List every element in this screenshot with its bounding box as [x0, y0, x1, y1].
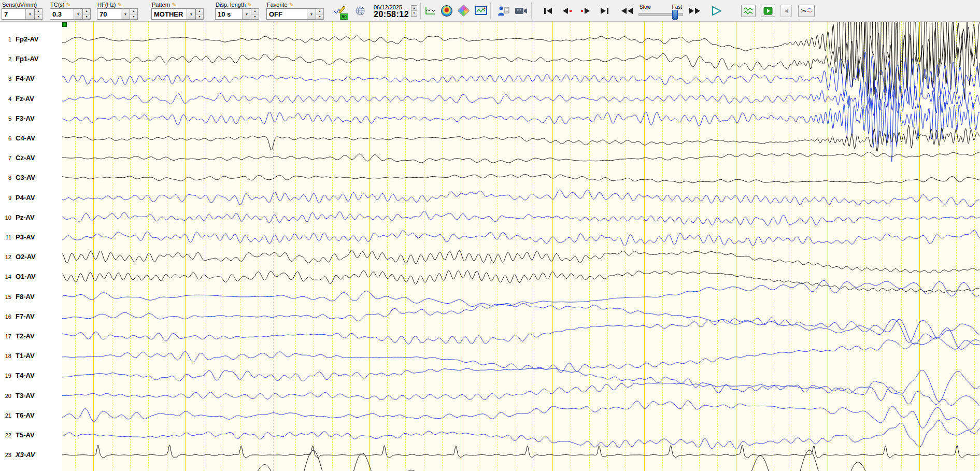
- tc-spinner[interactable]: ▴ ▾: [83, 8, 91, 20]
- fast-rewind-button[interactable]: [621, 4, 633, 18]
- channel-row[interactable]: 6C4-AV: [0, 133, 61, 144]
- channel-row[interactable]: 3F4-AV: [0, 74, 61, 84]
- chevron-down-icon[interactable]: ▾: [25, 9, 34, 19]
- skip-to-end-button[interactable]: [598, 4, 610, 18]
- speed-slider[interactable]: Slow Fast: [638, 4, 683, 16]
- clip-export-button[interactable]: ✂: [798, 5, 815, 17]
- channel-label: O1-AV: [16, 272, 36, 282]
- fast-forward-button[interactable]: [688, 4, 701, 18]
- channel-row[interactable]: 4Fz-AV: [0, 94, 61, 104]
- slider-thumb[interactable]: [672, 10, 678, 20]
- slow-label: Slow: [640, 4, 651, 10]
- pattern-combobox[interactable]: MOTHER ▾: [151, 8, 196, 20]
- notch-filter-button[interactable]: 50: [333, 4, 346, 18]
- patient-info-button[interactable]: [497, 4, 509, 18]
- edit-pencil-icon[interactable]: ✎: [117, 2, 122, 7]
- eeg-canvas[interactable]: [62, 22, 980, 471]
- step-back-button[interactable]: [561, 4, 573, 18]
- edit-pencil-icon[interactable]: ✎: [289, 2, 294, 7]
- chevron-down-icon[interactable]: ▾: [307, 9, 316, 19]
- channel-row[interactable]: 22T5-AV: [0, 430, 61, 440]
- chevron-down-icon[interactable]: ▾: [121, 9, 130, 19]
- spin-up-icon[interactable]: ▴: [316, 9, 323, 15]
- sens-combobox[interactable]: 7 ▾: [2, 8, 35, 20]
- channel-row[interactable]: 18T1-AV: [0, 351, 61, 361]
- channel-row[interactable]: 7Cz-AV: [0, 153, 61, 163]
- channel-row[interactable]: 17T2-AV: [0, 331, 61, 341]
- pattern-spinner[interactable]: ▴ ▾: [196, 8, 204, 20]
- waveform-display-button[interactable]: [424, 4, 436, 18]
- channel-row[interactable]: 16F7-AV: [0, 311, 61, 322]
- display-length-label: Disp. length✎: [215, 2, 259, 8]
- channel-number: 15: [0, 292, 11, 302]
- hf-control: HF(Hz)✎ 70 ▾ ▴ ▾: [97, 1, 138, 21]
- spin-down-icon[interactable]: ▾: [251, 15, 259, 20]
- video-button[interactable]: [515, 4, 528, 18]
- play-button[interactable]: [710, 4, 723, 18]
- channel-row[interactable]: 23X3-AV: [0, 450, 61, 460]
- spin-down-icon[interactable]: ▾: [316, 15, 323, 20]
- channel-row[interactable]: 2Fp1-AV: [0, 54, 61, 64]
- channel-row[interactable]: 15F8-AV: [0, 292, 61, 302]
- spin-up-icon[interactable]: ▴: [35, 9, 42, 15]
- video-camera-icon: [515, 6, 528, 16]
- channel-row[interactable]: 21T6-AV: [0, 410, 61, 421]
- spin-down-icon[interactable]: ▾: [83, 15, 90, 20]
- channel-row[interactable]: 5F3-AV: [0, 113, 61, 124]
- spin-down-icon[interactable]: ▾: [130, 15, 137, 20]
- spin-down-icon[interactable]: ▾: [411, 11, 417, 16]
- channel-row[interactable]: 12O2-AV: [0, 252, 61, 262]
- review-monitor-button[interactable]: [741, 5, 756, 17]
- spin-up-icon[interactable]: ▴: [130, 9, 137, 15]
- channel-row[interactable]: 9P4-AV: [0, 193, 61, 203]
- display-length-combobox[interactable]: 10 s ▾: [215, 8, 251, 20]
- spin-up-icon[interactable]: ▴: [83, 9, 90, 15]
- sens-spinner[interactable]: ▴ ▾: [35, 8, 42, 20]
- chevron-down-icon[interactable]: ▾: [242, 9, 251, 19]
- spin-up-icon[interactable]: ▴: [196, 9, 203, 15]
- tc-value: 0.3: [50, 10, 74, 18]
- globe-icon: [355, 6, 365, 16]
- channel-row[interactable]: 20T3-AV: [0, 391, 61, 401]
- favorite-value: OFF: [267, 10, 307, 18]
- spin-down-icon[interactable]: ▾: [196, 15, 203, 20]
- photic-globe-button[interactable]: [354, 4, 366, 18]
- channel-number: 10: [0, 212, 11, 223]
- brain-topography-icon: [441, 5, 452, 17]
- spin-down-icon[interactable]: ▾: [35, 15, 42, 20]
- display-length-spinner[interactable]: ▴ ▾: [251, 8, 259, 20]
- pattern-control: Pattern✎ MOTHER ▾ ▴ ▾: [151, 1, 204, 21]
- time-spinner[interactable]: ▴ ▾: [411, 5, 417, 17]
- channel-row[interactable]: 10Pz-AV: [0, 212, 61, 223]
- spin-up-icon[interactable]: ▴: [411, 6, 417, 11]
- skip-start-icon: [544, 7, 553, 15]
- edit-pencil-icon[interactable]: ✎: [247, 2, 252, 7]
- channel-row[interactable]: 14O1-AV: [0, 272, 61, 282]
- favorite-spinner[interactable]: ▴ ▾: [316, 8, 324, 20]
- favorite-combobox[interactable]: OFF ▾: [266, 8, 316, 20]
- tc-combobox[interactable]: 0.3 ▾: [50, 8, 83, 20]
- edit-pencil-icon[interactable]: ✎: [66, 2, 71, 7]
- channel-row[interactable]: 11P3-AV: [0, 232, 61, 242]
- channel-row[interactable]: 8C3-AV: [0, 173, 61, 183]
- channel-number: 2: [0, 54, 11, 64]
- auto-play-button[interactable]: [761, 5, 775, 17]
- step-forward-button[interactable]: [579, 4, 592, 18]
- back-page-button[interactable]: ◀: [780, 5, 792, 17]
- chevron-down-icon[interactable]: ▾: [74, 9, 82, 19]
- channel-number: 11: [0, 232, 11, 242]
- spin-up-icon[interactable]: ▴: [251, 9, 259, 15]
- spectral-map-button[interactable]: [457, 4, 470, 18]
- channel-row[interactable]: 1Fp2-AV: [0, 34, 61, 45]
- skip-to-start-button[interactable]: [542, 4, 555, 18]
- channel-number: 9: [0, 193, 11, 203]
- trend-screen-button[interactable]: [475, 4, 487, 18]
- edit-pencil-icon[interactable]: ✎: [172, 2, 176, 7]
- hf-spinner[interactable]: ▴ ▾: [130, 8, 138, 20]
- hf-combobox[interactable]: 70 ▾: [97, 8, 130, 20]
- slider-track[interactable]: [638, 13, 683, 16]
- chevron-down-icon[interactable]: ▾: [187, 9, 195, 19]
- brain-map-button[interactable]: [441, 4, 453, 18]
- channel-label: T6-AV: [16, 410, 35, 421]
- channel-row[interactable]: 19T4-AV: [0, 370, 61, 381]
